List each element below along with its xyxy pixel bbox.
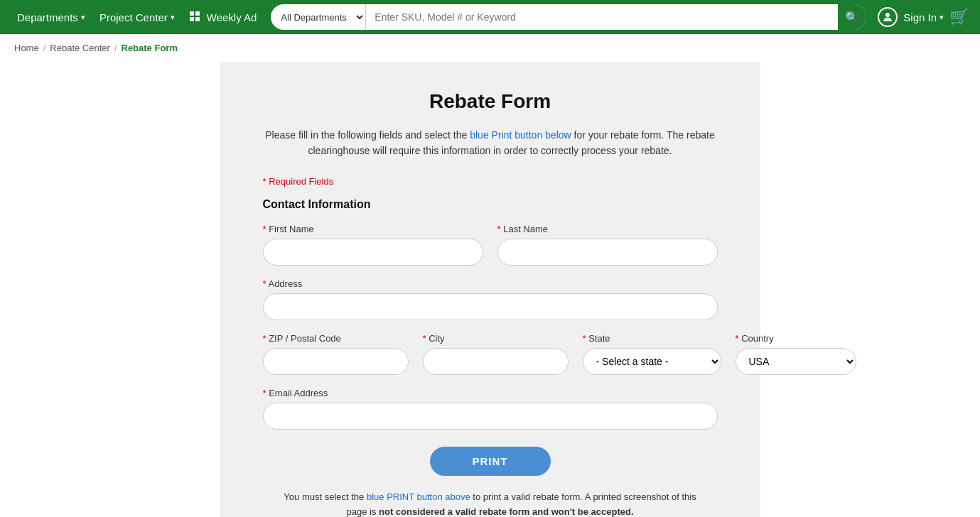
print-note-blue: blue PRINT button above <box>367 491 470 502</box>
departments-nav[interactable]: Departments ▾ <box>11 9 91 26</box>
form-description: Please fill in the following fields and … <box>263 127 718 159</box>
departments-chevron-icon: ▾ <box>81 13 85 22</box>
first-name-group: * First Name <box>263 224 483 266</box>
departments-label: Departments <box>17 11 78 23</box>
department-select[interactable]: All Departments <box>271 4 366 30</box>
zip-label: * ZIP / Postal Code <box>263 333 409 344</box>
sign-in-label: Sign In <box>903 11 937 23</box>
last-name-group: * Last Name <box>497 224 718 266</box>
project-center-chevron-icon: ▾ <box>171 13 175 22</box>
email-req: * <box>263 388 266 398</box>
print-button[interactable]: PRINT <box>430 447 551 476</box>
svg-rect-3 <box>195 17 200 21</box>
first-name-req: * <box>263 224 266 234</box>
description-blue-text: blue Print button below <box>470 129 571 141</box>
email-label: * Email Address <box>263 388 718 398</box>
last-name-input[interactable] <box>497 239 718 266</box>
state-label: * State <box>583 333 721 344</box>
first-name-input[interactable] <box>263 239 483 266</box>
address-group: * Address <box>263 278 718 320</box>
country-group: * Country USA Canada <box>736 333 856 375</box>
address-row: * Address <box>263 278 718 320</box>
city-label: * City <box>423 333 569 344</box>
city-input[interactable] <box>423 348 569 375</box>
zip-req: * <box>263 333 266 344</box>
country-req: * <box>736 333 739 344</box>
breadcrumb-rebate-center[interactable]: Rebate Center <box>50 43 110 53</box>
form-container: Rebate Form Please fill in the following… <box>220 62 760 517</box>
email-group: * Email Address <box>263 388 718 430</box>
zip-group: * ZIP / Postal Code <box>263 333 409 375</box>
project-center-nav[interactable]: Project Center ▾ <box>94 9 181 26</box>
svg-point-4 <box>885 13 890 17</box>
location-row: * ZIP / Postal Code * City * State - Sel… <box>263 333 718 375</box>
country-label: * Country <box>736 333 856 344</box>
state-group: * State - Select a state - Alabama Alask… <box>583 333 721 375</box>
search-bar: All Departments 🔍 <box>271 4 866 30</box>
breadcrumb-home[interactable]: Home <box>14 43 39 53</box>
weekly-ad-label: Weekly Ad <box>207 11 257 23</box>
person-icon <box>881 11 894 23</box>
email-input[interactable] <box>263 403 718 430</box>
first-name-label: * First Name <box>263 224 483 234</box>
header-right: Sign In ▾ 🛒 <box>878 7 969 27</box>
svg-rect-0 <box>190 11 194 16</box>
required-note: * Required Fields <box>263 176 718 187</box>
project-center-label: Project Center <box>99 11 168 23</box>
header: Departments ▾ Project Center ▾ Weekly Ad… <box>0 0 980 34</box>
last-name-label: * Last Name <box>497 224 718 234</box>
state-req: * <box>583 333 586 344</box>
svg-rect-2 <box>190 17 194 21</box>
print-note: You must select the blue PRINT button ab… <box>277 490 704 517</box>
email-row: * Email Address <box>263 388 718 430</box>
weekly-ad-nav[interactable]: Weekly Ad <box>183 8 263 26</box>
city-group: * City <box>423 333 569 375</box>
form-title: Rebate Form <box>263 90 718 113</box>
last-name-req: * <box>497 224 501 234</box>
breadcrumb-current: Rebate Form <box>122 43 178 53</box>
weekly-ad-icon <box>189 11 202 23</box>
breadcrumb-sep-1: / <box>43 43 46 53</box>
print-note-strong: not considered a valid rebate form and w… <box>379 506 634 517</box>
state-select[interactable]: - Select a state - Alabama Alaska Arizon… <box>583 348 721 375</box>
name-row: * First Name * Last Name <box>263 224 718 266</box>
section-contact-title: Contact Information <box>263 198 718 211</box>
search-button[interactable]: 🔍 <box>838 4 866 30</box>
city-req: * <box>423 333 426 344</box>
cart-button[interactable]: 🛒 <box>949 8 969 26</box>
breadcrumb: Home / Rebate Center / Rebate Form <box>0 34 980 62</box>
country-select[interactable]: USA Canada <box>736 348 856 375</box>
search-icon: 🔍 <box>845 11 859 24</box>
zip-input[interactable] <box>263 348 409 375</box>
user-icon <box>878 7 898 27</box>
main-content: Rebate Form Please fill in the following… <box>0 62 980 517</box>
address-req: * <box>263 278 266 289</box>
sign-in-chevron-icon: ▾ <box>939 13 944 22</box>
breadcrumb-sep-2: / <box>114 43 117 53</box>
address-input[interactable] <box>263 293 718 320</box>
sign-in-button[interactable]: Sign In ▾ <box>903 11 944 23</box>
search-input[interactable] <box>366 4 838 30</box>
svg-rect-1 <box>195 11 200 16</box>
address-label: * Address <box>263 278 718 289</box>
